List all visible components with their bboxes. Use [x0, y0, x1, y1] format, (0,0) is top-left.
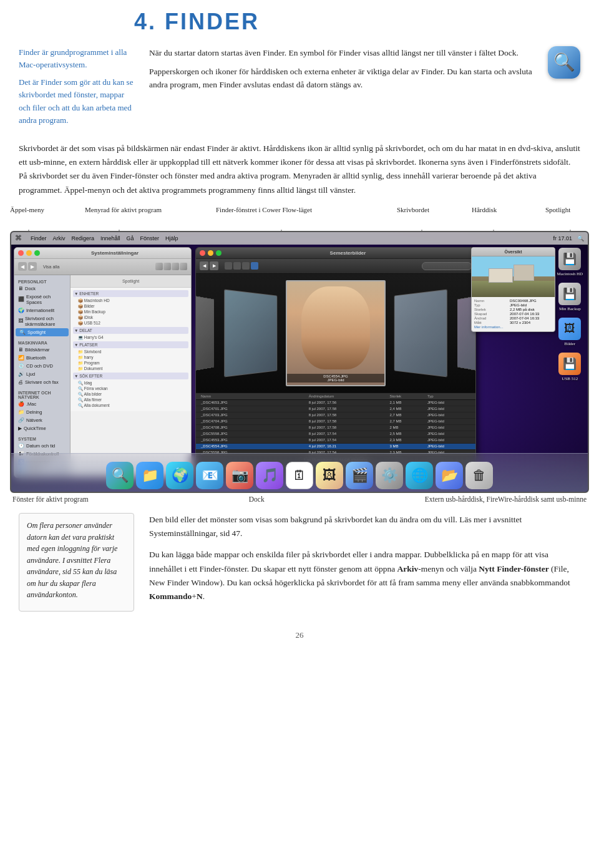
sidebar-item-ljud[interactable]: 🔊Ljud — [14, 370, 70, 378]
dock-item-imovie[interactable]: 🎬 — [346, 462, 373, 489]
period-text: . — [203, 592, 205, 601]
info-row-size: Storlek 2,2 MB på disk — [474, 308, 552, 311]
sidebar-item-expose[interactable]: ⬛Exposé och Spaces — [14, 293, 70, 306]
cf-view-col[interactable] — [242, 262, 250, 270]
window-maximize-button[interactable] — [34, 250, 40, 256]
dock-item-safari2[interactable]: 🌐 — [406, 462, 433, 489]
bottom-para2: Du kan lägga både mappar och enskilda fi… — [149, 548, 580, 603]
column-view-button[interactable] — [172, 263, 179, 270]
finder-window-title: Systeminställningar — [42, 250, 187, 256]
table-row[interactable]: _DSC4704.JPG8 jul 2007, 17.582,7 MBJPEG-… — [196, 419, 475, 425]
dock-item-settings[interactable]: ⚙️ — [376, 462, 403, 489]
back-button[interactable]: ◀ — [18, 262, 27, 271]
menu-redigera[interactable]: Redigera — [72, 235, 95, 241]
sidebar-item-skrivare[interactable]: 🖨Skrivare och fax — [14, 378, 70, 386]
table-row[interactable]: _DSC4553.JPG8 jul 2007, 17.542,3 MBJPEG-… — [196, 437, 475, 444]
cf-side-photo-left — [196, 291, 214, 374]
cf-minimize-button[interactable] — [208, 250, 213, 256]
info-size-value: 2,2 MB på disk — [510, 308, 535, 311]
cf-back-button[interactable]: ◀ — [200, 261, 208, 270]
bottom-right-text: Den bild eller det mönster som visas som… — [149, 513, 580, 612]
sidebar-item-cd-dvd[interactable]: 💿CD och DVD — [14, 362, 70, 370]
dock-item-iphoto[interactable]: 📷 — [226, 462, 253, 489]
table-row-selected[interactable]: _DSC4554.JPG4 jul 2007, 16.213 MBJPEG-bi… — [196, 444, 475, 450]
sidebar-item-delning[interactable]: 📁Delning — [14, 408, 70, 416]
sidebar-item-bildskärmar[interactable]: 🖥Bildskärmar — [14, 346, 70, 354]
menubar-items: Finder Arkiv Redigera Innehåll Gå Fönste… — [31, 235, 178, 241]
dock-item-preview[interactable]: 🖼 — [316, 462, 343, 489]
sidebar-item-dock[interactable]: 🖥Dock — [14, 285, 70, 293]
finder-sidebar: Personligt 🖥Dock ⬛Exposé och Spaces 🌍Int… — [14, 275, 71, 477]
info-panel-thumbnail — [472, 256, 555, 297]
dock-item-ical[interactable]: 🗓 — [286, 462, 313, 489]
menu-ga[interactable]: Gå — [127, 235, 134, 241]
cf-list-header: Namn Ändringsdatum Storlek Typ — [196, 393, 475, 400]
cover-flow-button[interactable] — [180, 263, 187, 270]
cf-forward-button[interactable]: ▶ — [210, 261, 218, 270]
sidebar-item-quicktime[interactable]: ▶QuickTime — [14, 424, 70, 432]
forward-button[interactable]: ▶ — [28, 262, 37, 271]
info-row-created: Skapad 2007-07-04 16:33 — [474, 312, 552, 316]
table-row[interactable]: _DSC4708.JPG8 jul 2007, 17.582 MBJPEG-bi… — [196, 425, 475, 431]
spotlight-panel: Spotlight — [71, 275, 191, 288]
table-row[interactable]: _DSC4703.JPG8 jul 2007, 17.582,7 MBJPEG-… — [196, 412, 475, 419]
info-row-more[interactable]: Mer information... — [474, 325, 552, 329]
sidebar-item-skrivbord[interactable]: 🖼Skrivbord och skärmsläckare — [14, 315, 70, 328]
view-buttons — [155, 263, 187, 270]
cf-maximize-button[interactable] — [216, 250, 222, 256]
sidebar-item-natverk[interactable]: 🔗Nätverk — [14, 416, 70, 424]
desktop-icon-label-bilder: Bilder — [565, 341, 576, 346]
cf-view-coverflow[interactable] — [251, 262, 258, 270]
sidebar-item-mac[interactable]: 🍎.Mac — [14, 400, 70, 408]
cf-search-input[interactable] — [422, 262, 472, 270]
sidebar-item-bluetooth[interactable]: 📶Bluetooth — [14, 354, 70, 362]
info-panel-title: Översikt — [472, 248, 555, 256]
cf-close-button[interactable] — [200, 250, 205, 256]
desktop-icon-bilder[interactable]: 🖼 Bilder — [558, 318, 581, 346]
window-minimize-button[interactable] — [26, 250, 32, 256]
list-view-button[interactable] — [163, 263, 171, 270]
show-all-button[interactable]: Visa alla — [43, 265, 59, 269]
menu-finder[interactable]: Finder — [31, 235, 47, 241]
desktop-icon-usb[interactable]: 💾 USB 512 — [558, 353, 581, 381]
intro-para2: Det är Finder som gör att du kan se skri… — [19, 76, 134, 127]
table-row[interactable]: _DSC4701.JPG8 jul 2007, 17.582,4 MBJPEG-… — [196, 406, 475, 412]
cf-main-photo[interactable]: DSC4554.JPGJPEG-bild — [286, 280, 386, 386]
info-created-label: Skapad — [474, 312, 509, 316]
table-row[interactable]: _DSC5558.JPG8 jul 2007, 17.542,5 MBJPEG-… — [196, 431, 475, 437]
finder-main-content: Spotlight ▼ ENHETER 📦 Macintosh HD 📦 Bil… — [71, 275, 191, 477]
kommando-bold: Kommando — [149, 592, 192, 601]
dock-item-trash[interactable]: 🗑 — [465, 462, 493, 489]
dock-item-folder2[interactable]: 📂 — [436, 462, 463, 489]
dock-item-mail[interactable]: 📧 — [196, 462, 223, 489]
dock-item-itunes[interactable]: 🎵 — [256, 462, 283, 489]
label-appel-meny: Äppel-meny — [10, 206, 44, 213]
table-row[interactable]: _DSC4653.JPG8 jul 2007, 17.562,1 MBJPEG-… — [196, 400, 475, 406]
sidebar-item-spotlight[interactable]: 🔍Spotlight — [16, 328, 69, 336]
dock-item-safari[interactable]: 🌍 — [166, 462, 193, 489]
spotlight-icon[interactable]: 🔍 — [577, 235, 584, 241]
info-more-link[interactable]: Mer information... — [474, 325, 504, 329]
cf-view-icons[interactable] — [225, 262, 232, 270]
desktop-icon-macintosh-hd[interactable]: 💾 Macintosh HD — [557, 248, 583, 276]
menu-arkiv[interactable]: Arkiv — [53, 235, 66, 241]
icon-view-button[interactable] — [155, 263, 163, 270]
info-panel: Översikt Namn DSC00468.JPG Typ JPEG-bild… — [471, 247, 555, 332]
label-skrivbordet: Skrivbordet — [397, 206, 429, 213]
info-row-modified: Ändrad 2007-07-04 16:33 — [474, 316, 552, 320]
coverflow-titlebar: Semesterbilder — [196, 248, 475, 259]
dock-item-finder[interactable]: 🔍 — [106, 462, 134, 489]
sidebar-item-internationellt[interactable]: 🌍Internationellt — [14, 306, 70, 315]
dock-item-folder1[interactable]: 📁 — [136, 462, 163, 489]
apple-menu-icon[interactable]: ⌘ — [15, 234, 22, 242]
label-dock: Dock — [249, 495, 265, 503]
menu-fonster[interactable]: Fönster — [140, 235, 160, 241]
desktop-icon-backup[interactable]: 💾 Min Backup — [558, 283, 581, 311]
menu-hjalp[interactable]: Hjälp — [165, 235, 178, 241]
cf-view-list[interactable] — [233, 262, 241, 270]
menu-innehall[interactable]: Innehåll — [100, 235, 120, 241]
sidebar-item-datum[interactable]: 🕐Datum och tid — [14, 442, 70, 450]
cf-side-photo-right1 — [394, 289, 447, 377]
window-close-button[interactable] — [18, 250, 24, 256]
info-modified-value: 2007-07-04 16:33 — [510, 316, 539, 320]
